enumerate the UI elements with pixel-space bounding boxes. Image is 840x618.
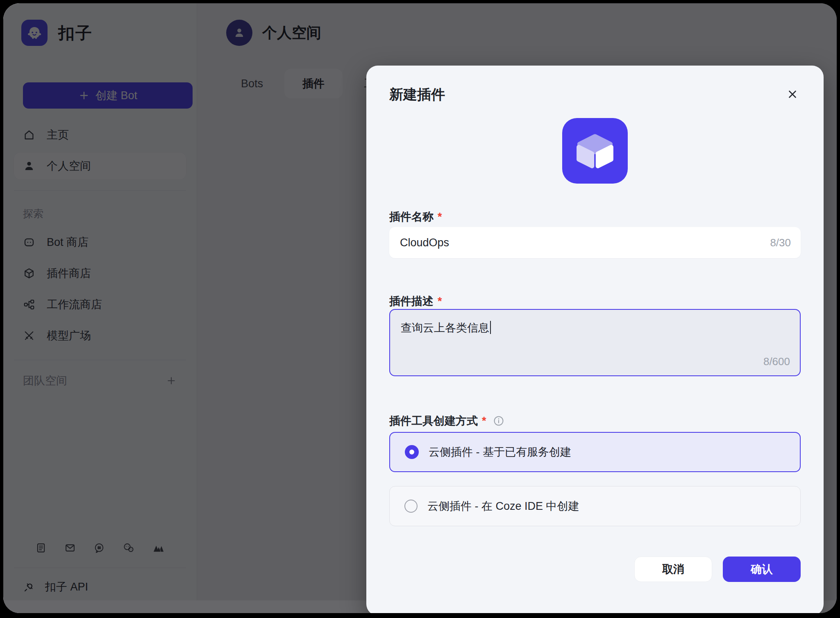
label-text: 插件工具创建方式: [389, 414, 478, 428]
app-screen: 扣子 创建 Bot 主页: [0, 0, 840, 618]
app-window: 扣子 创建 Bot 主页: [3, 3, 837, 613]
description-field-label: 插件描述 *: [389, 294, 801, 308]
modal-title: 新建插件: [389, 85, 445, 104]
radio-selected-icon[interactable]: [405, 445, 419, 459]
plugin-name-input[interactable]: [389, 227, 801, 258]
confirm-button[interactable]: 确认: [723, 557, 801, 582]
label-text: 插件名称: [389, 209, 434, 224]
option-label: 云侧插件 - 基于已有服务创建: [429, 445, 571, 459]
label-text: 插件描述: [389, 294, 434, 309]
option-cloud-coze-ide[interactable]: 云侧插件 - 在 Coze IDE 中创建: [389, 486, 801, 526]
required-asterisk: *: [438, 295, 442, 308]
cancel-button[interactable]: 取消: [634, 557, 712, 582]
info-icon[interactable]: [493, 415, 504, 427]
method-field-label: 插件工具创建方式 *: [389, 414, 801, 428]
new-plugin-modal: 新建插件 插件名称 * 8/30: [366, 66, 824, 613]
plugin-description-textarea[interactable]: 查询云上各类信息 8/600: [389, 309, 801, 376]
name-char-counter: 8/30: [770, 236, 791, 249]
option-label: 云侧插件 - 在 Coze IDE 中创建: [427, 499, 579, 513]
description-char-counter: 8/600: [763, 355, 790, 368]
description-text: 查询云上各类信息: [401, 322, 489, 334]
required-asterisk: *: [482, 415, 486, 427]
plugin-cube-icon[interactable]: [562, 118, 628, 184]
close-icon[interactable]: [784, 86, 801, 102]
text-caret: [490, 321, 491, 334]
required-asterisk: *: [438, 211, 442, 223]
option-cloud-existing-service[interactable]: 云侧插件 - 基于已有服务创建: [389, 432, 801, 472]
radio-unselected-icon[interactable]: [404, 500, 418, 513]
name-field-label: 插件名称 *: [389, 210, 801, 224]
